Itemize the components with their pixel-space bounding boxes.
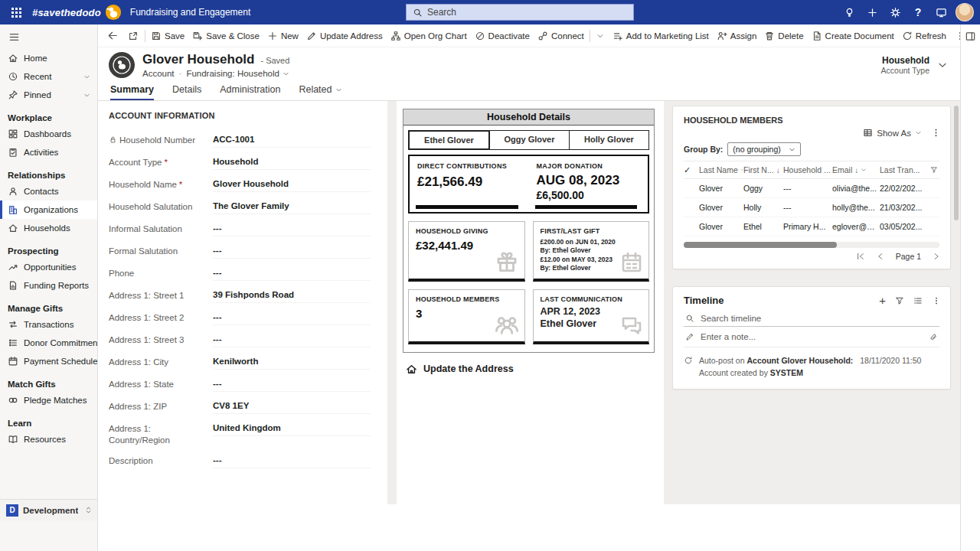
more-commands-button[interactable] <box>950 24 960 47</box>
sidebar-item-transactions[interactable]: Transactions <box>0 315 97 334</box>
paperclip-icon[interactable] <box>929 332 938 341</box>
timeline-search-input[interactable] <box>701 314 938 323</box>
sidebar-item-payment-schedules[interactable]: Payment Schedules <box>0 352 97 370</box>
assign-button[interactable]: Assign <box>713 24 761 47</box>
timeline-note[interactable] <box>684 327 939 347</box>
tab-details[interactable]: Details <box>172 84 201 100</box>
connect-split-chevron[interactable] <box>592 24 609 47</box>
next-page-icon[interactable] <box>932 252 941 261</box>
sidebar-item-pledge-matches[interactable]: Pledge Matches <box>0 391 97 409</box>
tips-lightbulb-icon[interactable] <box>838 0 861 24</box>
timeline-more-icon[interactable] <box>932 296 941 305</box>
show-as-button[interactable]: Show As <box>863 128 922 138</box>
delete-button[interactable]: Delete <box>760 24 807 47</box>
field-value[interactable]: 39 Fishponds Road <box>213 289 371 303</box>
field-value[interactable]: Kenilworth <box>213 355 371 370</box>
sidebar-item-resources[interactable]: Resources <box>0 430 97 448</box>
sidebar-item-opportunities[interactable]: Opportunities <box>0 258 97 276</box>
member-tab-oggy[interactable]: Oggy Glover <box>489 130 570 150</box>
sidebar-item-donor-commitments[interactable]: Donor Commitments <box>0 334 97 352</box>
area-switcher[interactable]: D Development <box>0 499 97 520</box>
sidebar-item-households[interactable]: Households <box>0 219 97 237</box>
settings-gear-icon[interactable] <box>884 0 906 24</box>
tab-summary[interactable]: Summary <box>110 84 154 100</box>
global-search[interactable] <box>406 4 634 21</box>
horizontal-scrollbar[interactable] <box>684 242 939 248</box>
timeline-note-input[interactable] <box>701 332 923 341</box>
back-button[interactable] <box>103 24 123 47</box>
field-value[interactable]: --- <box>213 222 371 236</box>
first-page-icon[interactable] <box>856 252 865 261</box>
field-value[interactable]: --- <box>213 377 371 392</box>
vertical-scrollbar[interactable] <box>952 104 959 548</box>
member-row[interactable]: Glover Holly --- holly@the... 21/03/202.… <box>684 198 939 217</box>
record-avatar[interactable] <box>109 52 135 78</box>
scrollbar-thumb[interactable] <box>954 106 959 220</box>
connect-button[interactable]: Connect <box>534 24 588 47</box>
sidebar-item-recent[interactable]: Recent <box>0 67 97 86</box>
deactivate-button[interactable]: Deactivate <box>471 24 534 47</box>
col-household[interactable]: Household ... <box>783 165 832 174</box>
org-brand[interactable]: #savethedodo Fundraising and Engagement <box>32 4 250 21</box>
previous-page-icon[interactable] <box>876 252 885 261</box>
field-value[interactable]: --- <box>213 244 371 259</box>
save-and-close-button[interactable]: Save & Close <box>188 24 263 47</box>
timeline-expand-list-icon[interactable] <box>913 296 923 305</box>
field-value[interactable]: The Glover Family <box>213 200 371 214</box>
timeline-filter-icon[interactable] <box>895 296 904 305</box>
save-button[interactable]: Save <box>147 24 188 47</box>
timeline-search[interactable] <box>684 311 939 327</box>
col-first-name[interactable]: First N...↓ <box>743 165 783 174</box>
col-email[interactable]: Email↓ <box>832 165 880 174</box>
update-address-button[interactable]: Update Address <box>302 24 387 47</box>
select-all-check-icon[interactable]: ✓ <box>684 165 699 175</box>
new-button[interactable]: New <box>263 24 302 47</box>
member-row[interactable]: Glover Ethel Primary H... eglover@s... 0… <box>684 217 939 236</box>
member-row[interactable]: Glover Oggy --- olivia@the... 22/02/202.… <box>684 179 939 198</box>
member-tab-holly[interactable]: Holly Glover <box>569 130 649 150</box>
sidebar-item-dashboards[interactable]: Dashboards <box>0 125 97 143</box>
field-value[interactable]: CV8 1EY <box>213 399 371 414</box>
sidebar-item-funding-reports[interactable]: Funding Reports <box>0 276 97 295</box>
field-value[interactable]: Glover Household <box>213 178 371 192</box>
col-last-name[interactable]: Last Name <box>699 165 743 174</box>
tab-related[interactable]: Related <box>299 84 341 100</box>
feedback-monitor-icon[interactable] <box>929 0 952 24</box>
scrollbar-thumb[interactable] <box>684 242 837 248</box>
quick-create-plus-icon[interactable] <box>861 0 884 24</box>
subgrid-more-icon[interactable] <box>931 128 941 138</box>
sidebar-item-pinned[interactable]: Pinned <box>0 86 97 104</box>
group-by-select[interactable]: (no grouping) <box>727 142 800 156</box>
add-to-marketing-list-button[interactable]: Add to Marketing List <box>609 24 713 47</box>
timeline-entry[interactable]: Auto-post on Account Glover Household: 1… <box>673 347 950 383</box>
tab-administration[interactable]: Administration <box>220 84 280 100</box>
sidebar-item-home[interactable]: Home <box>0 49 97 67</box>
field-value[interactable]: --- <box>213 454 371 468</box>
member-tab-ethel[interactable]: Ethel Glover <box>408 130 490 150</box>
header-expand-chevron-icon[interactable] <box>937 60 948 70</box>
field-value[interactable]: ACC-1001 <box>213 133 371 148</box>
open-in-new-window-button[interactable] <box>123 24 143 47</box>
field-value[interactable]: --- <box>213 333 371 347</box>
col-last-transaction[interactable]: Last Tran... <box>880 165 939 174</box>
user-avatar[interactable] <box>956 3 974 21</box>
field-value[interactable]: United Kingdom <box>213 422 371 436</box>
sidebar-item-organizations[interactable]: Organizations <box>0 201 97 219</box>
timeline-add-icon[interactable]: + <box>879 295 886 306</box>
help-icon[interactable]: ? <box>906 0 929 24</box>
sidebar-item-activities[interactable]: Activities <box>0 143 97 161</box>
global-search-input[interactable] <box>427 7 627 18</box>
entry-record-link[interactable]: Account Glover Household: <box>746 356 853 365</box>
open-org-chart-button[interactable]: Open Org Chart <box>387 24 471 47</box>
update-address-link[interactable]: Update the Address <box>406 364 653 375</box>
sitemap-collapse-icon[interactable] <box>0 24 97 49</box>
waffle-menu-icon[interactable] <box>0 0 32 24</box>
sidebar-item-contacts[interactable]: Contacts <box>0 182 97 201</box>
field-value[interactable]: --- <box>213 311 371 325</box>
side-pane-icon[interactable] <box>965 31 976 42</box>
create-document-button[interactable]: Create Document <box>808 24 898 47</box>
form-selector[interactable]: Fundraising: Household <box>186 69 289 78</box>
refresh-button[interactable]: Refresh <box>898 24 950 47</box>
field-value[interactable]: Household <box>213 155 371 170</box>
field-value[interactable]: --- <box>213 266 371 281</box>
